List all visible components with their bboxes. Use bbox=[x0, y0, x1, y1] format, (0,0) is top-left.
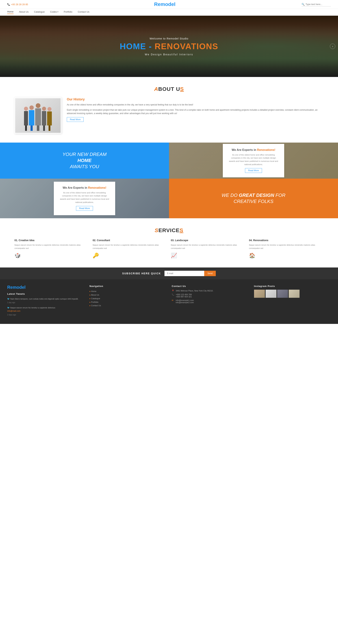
footer-nav-col: Navigation Home About Us Catalogue Portf… bbox=[90, 285, 166, 318]
footer-nav-catalogue[interactable]: Catalogue bbox=[90, 297, 166, 300]
experts-read-more-button[interactable]: Read More bbox=[245, 168, 262, 173]
experts-card-2: We Are Experts in Renovations! As one of… bbox=[54, 182, 115, 215]
service-3-title: 03. Landscape bbox=[171, 239, 245, 242]
footer-instagram-title: Instagram Posts bbox=[254, 285, 331, 288]
footer-logo: Remodel bbox=[7, 285, 84, 290]
experts-card2-desc: As one of the oldest home and office rem… bbox=[59, 191, 110, 204]
footer-main: Remodel Latest Tweets 🐦 Nam libero tempo… bbox=[0, 279, 338, 324]
great-design-text: WE DO GREAT DESIGN FOR CREATIVE FOLKS bbox=[222, 192, 285, 204]
services-section: SERVICES 01. Creative Idea Itaque earum … bbox=[0, 218, 338, 268]
service-3-desc: Itaque earum rerum hic tenetur a sapient… bbox=[171, 244, 245, 250]
search-icon: 🔍 bbox=[301, 3, 305, 6]
instagram-thumb-4[interactable] bbox=[289, 290, 299, 298]
team-person-1 bbox=[24, 107, 28, 131]
dream-home-text: YOUR NEW DREAM HOME AWAITS YOU bbox=[63, 152, 106, 170]
instagram-thumb-3[interactable] bbox=[277, 290, 288, 298]
site-logo: Remodel bbox=[154, 2, 176, 7]
email-icon: ✉ bbox=[172, 299, 174, 302]
team-illustration bbox=[24, 100, 52, 131]
service-2-title: 02. Consultant bbox=[93, 239, 167, 242]
phone-icon: 📞 bbox=[7, 3, 10, 6]
service-4-title: 04. Renovations bbox=[249, 239, 323, 242]
phone-number: 📞 +00 28 28 28 85 bbox=[7, 3, 28, 6]
search-bar[interactable]: 🔍 bbox=[301, 2, 331, 6]
about-para-2: Each single remodeling or renovation pro… bbox=[67, 108, 323, 115]
latest-tweets-title: Latest Tweets bbox=[7, 292, 84, 295]
footer-instagram-col: Instagram Posts bbox=[254, 285, 331, 318]
main-nav: Home About Us Catalogue Codes Portfolio … bbox=[0, 9, 338, 16]
nav-portfolio[interactable]: Portfolio bbox=[64, 10, 72, 14]
footer-nav-contact[interactable]: Contact Us bbox=[90, 304, 166, 308]
service-item-2: 02. Consultant Itaque earum rerum hic te… bbox=[93, 239, 167, 258]
footer-phone: 📞 +000 123 456 789 +000 987 654 321 bbox=[172, 294, 249, 298]
footer-nav-portfolio[interactable]: Portfolio bbox=[90, 300, 166, 304]
footer-nav-about[interactable]: About Us bbox=[90, 293, 166, 297]
team-person-5 bbox=[47, 107, 52, 131]
service-1-title: 01. Creative Idea bbox=[15, 239, 89, 242]
about-section: ABOUT US bbox=[0, 77, 338, 142]
service-3-icon: 📈 bbox=[171, 252, 245, 258]
about-para-1: As one of the oldest home and office rem… bbox=[67, 103, 323, 106]
service-4-desc: Itaque earum rerum hic tenetur a sapient… bbox=[249, 244, 323, 250]
great-design-right: WE DO GREAT DESIGN FOR CREATIVE FOLKS bbox=[169, 178, 338, 218]
about-read-more-button[interactable]: Read More bbox=[67, 117, 84, 122]
experts-card-title: We Are Experts in Renovations! bbox=[228, 148, 279, 152]
experts-card2-title: We Are Experts in Renovations! bbox=[59, 186, 110, 190]
search-input[interactable] bbox=[305, 3, 331, 6]
footer-email: ✉ info@example1.com info@example2.com bbox=[172, 299, 249, 304]
top-bar: 📞 +00 28 28 28 85 Remodel 🔍 bbox=[0, 0, 338, 9]
footer-contact-title: Contact Us bbox=[172, 285, 249, 288]
footer-contact-col: Contact Us 📍 3481 Melrose Place, New Yor… bbox=[172, 285, 249, 318]
team-person-3 bbox=[35, 103, 41, 131]
address-icon: 📍 bbox=[172, 290, 174, 292]
tweet-2: 🐦 Itaque earum rerum hic tenetur a sapie… bbox=[7, 306, 84, 316]
about-text-block: Our History As one of the oldest home an… bbox=[67, 98, 323, 122]
about-team-image bbox=[15, 98, 61, 134]
footer-nav-home[interactable]: Home bbox=[90, 290, 166, 293]
tweet-link[interactable]: info@mail.com bbox=[7, 309, 84, 313]
footer-address: 📍 3481 Melrose Place, New York City 9021… bbox=[172, 290, 249, 292]
nav-about[interactable]: About Us bbox=[19, 10, 29, 14]
instagram-thumb-2[interactable] bbox=[266, 290, 276, 298]
nav-catalogue[interactable]: Catalogue bbox=[34, 10, 45, 14]
hero-section: Welcome to Remodel Studio HOME - RENOVAT… bbox=[0, 16, 338, 77]
about-history-title: Our History bbox=[67, 98, 323, 101]
about-content: Our History As one of the oldest home an… bbox=[15, 98, 323, 134]
tweet-icon-2: 🐦 bbox=[7, 306, 10, 309]
instagram-thumb-1[interactable] bbox=[254, 290, 265, 298]
footer-nav-title: Navigation bbox=[90, 285, 166, 288]
service-item-1: 01. Creative Idea Itaque earum rerum hic… bbox=[15, 239, 89, 258]
services-title: SERVICES bbox=[15, 227, 323, 234]
team-person-4 bbox=[42, 107, 46, 131]
service-item-3: 03. Landscape Itaque earum rerum hic ten… bbox=[171, 239, 245, 258]
footer-logo-col: Remodel Latest Tweets 🐦 Nam libero tempo… bbox=[7, 285, 84, 318]
hero-content: Welcome to Remodel Studio HOME - RENOVAT… bbox=[120, 37, 218, 56]
subscribe-bar: SUBSCRIBE HERE QUICK Send bbox=[0, 268, 338, 279]
experts-card-1: We Are Experts in Renovations! As one of… bbox=[223, 144, 284, 177]
tweet-icon-1: 🐦 bbox=[7, 298, 10, 300]
nav-codes[interactable]: Codes bbox=[50, 10, 58, 14]
dream-home-right: We Are Experts in Renovations! As one of… bbox=[169, 142, 338, 178]
hero-title-orange: RENOVATIONS bbox=[154, 42, 218, 51]
hero-next-arrow[interactable]: › bbox=[330, 44, 335, 49]
hero-title-blue: HOME bbox=[120, 42, 146, 51]
footer: SUBSCRIBE HERE QUICK Send Remodel Latest… bbox=[0, 268, 338, 324]
great-read-more-button[interactable]: Read More bbox=[76, 206, 93, 211]
subscribe-send-button[interactable]: Send bbox=[204, 271, 216, 276]
hero-title: HOME - RENOVATIONS bbox=[120, 42, 218, 51]
hero-tagline: We Design Beautiful Interiors bbox=[120, 53, 218, 56]
service-2-desc: Itaque earum rerum hic tenetur a sapient… bbox=[93, 244, 167, 250]
subscribe-email-input[interactable] bbox=[164, 271, 204, 276]
nav-home[interactable]: Home bbox=[7, 10, 14, 14]
about-title: ABOUT US bbox=[15, 86, 323, 92]
nav-contact[interactable]: Contact Us bbox=[78, 10, 89, 14]
services-grid: 01. Creative Idea Itaque earum rerum hic… bbox=[15, 239, 323, 258]
great-design-left: We Are Experts in Renovations! As one of… bbox=[0, 178, 169, 218]
dream-home-left: YOUR NEW DREAM HOME AWAITS YOU bbox=[0, 142, 169, 178]
phone-icon-footer: 📞 bbox=[172, 294, 174, 296]
tweet-1: 🐦 Nam libero tempore, cum soluta nobis e… bbox=[7, 298, 84, 304]
subscribe-form: Send bbox=[164, 271, 216, 276]
service-2-icon: 🔑 bbox=[93, 252, 167, 258]
service-item-4: 04. Renovations Itaque earum rerum hic t… bbox=[249, 239, 323, 258]
great-design-section: We Are Experts in Renovations! As one of… bbox=[0, 178, 338, 218]
